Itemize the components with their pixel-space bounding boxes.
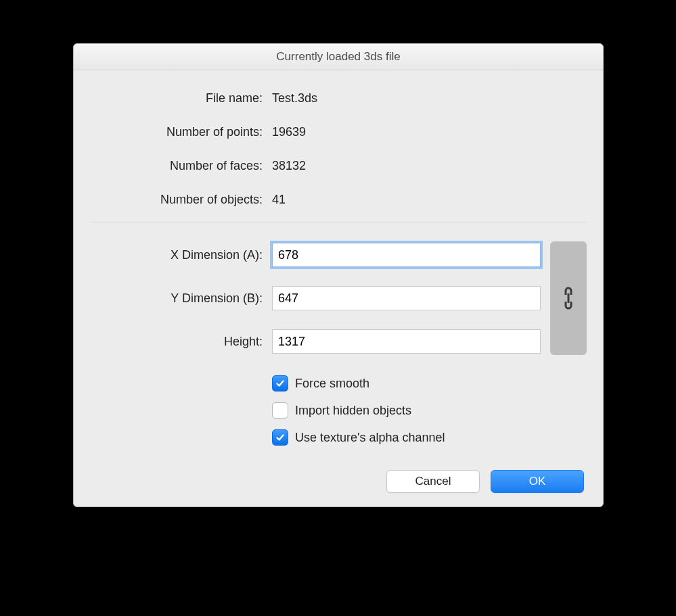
info-row-filename: File name: Test.3ds [90,81,587,115]
info-row-points: Number of points: 19639 [90,115,587,149]
dim-row-y: Y Dimension (B): [90,277,550,320]
objects-value: 41 [272,193,587,207]
force-smooth-checkbox[interactable] [272,375,288,392]
dim-row-height: Height: [90,320,550,363]
use-alpha-checkbox[interactable] [272,429,288,446]
check-icon [275,433,285,442]
faces-label: Number of faces: [90,159,272,173]
cancel-button[interactable]: Cancel [386,470,480,493]
force-smooth-label: Force smooth [295,377,369,391]
x-dimension-input[interactable] [272,243,541,267]
height-label: Height: [90,335,272,349]
x-dimension-label: X Dimension (A): [90,248,272,262]
filename-label: File name: [90,91,272,105]
dialog-window: Currently loaded 3ds file File name: Tes… [73,43,604,507]
y-dimension-label: Y Dimension (B): [90,291,272,306]
info-row-faces: Number of faces: 38132 [90,149,587,183]
points-label: Number of points: [90,125,272,139]
dim-row-x: X Dimension (A): [90,233,550,277]
filename-value: Test.3ds [272,91,587,105]
chain-link-icon [561,285,576,311]
check-row-use-alpha: Use texture's alpha channel [90,424,587,451]
info-row-objects: Number of objects: 41 [90,183,587,216]
check-row-import-hidden: Import hidden objects [90,397,587,424]
points-value: 19639 [272,125,587,139]
dialog-title: Currently loaded 3ds file [74,44,603,70]
link-dimensions-button[interactable] [550,241,587,355]
height-input[interactable] [272,329,541,354]
check-icon [275,379,285,388]
faces-value: 38132 [272,159,587,173]
objects-label: Number of objects: [90,193,272,207]
import-hidden-label: Import hidden objects [295,404,411,418]
ok-button[interactable]: OK [491,470,584,493]
import-hidden-checkbox[interactable] [272,402,288,419]
use-alpha-label: Use texture's alpha channel [295,431,445,445]
y-dimension-input[interactable] [272,286,541,310]
divider [90,222,587,222]
check-row-force-smooth: Force smooth [90,370,587,397]
